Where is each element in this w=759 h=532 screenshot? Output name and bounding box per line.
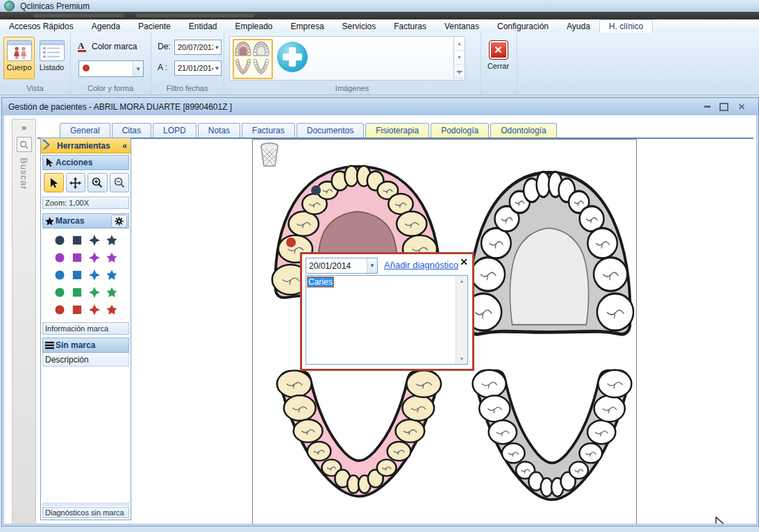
mark-sparkle-swatch[interactable] bbox=[89, 235, 100, 249]
mark-square-swatch[interactable] bbox=[72, 235, 83, 249]
ribbon-tab-bar: Accesos RápidosAgendaPacienteEntidadEmpl… bbox=[0, 19, 759, 33]
search-icon bbox=[19, 140, 28, 149]
mark-circle-swatch[interactable] bbox=[54, 235, 65, 249]
mark-sparkle-swatch[interactable] bbox=[89, 287, 100, 301]
zoom-in-tool-button[interactable] bbox=[87, 173, 108, 192]
ribbon-tab-facturas[interactable]: Facturas bbox=[385, 19, 435, 33]
selected-color-swatch bbox=[82, 64, 90, 72]
collapse-icon[interactable]: « bbox=[122, 141, 127, 151]
descripcion-row[interactable]: Descripción bbox=[42, 353, 129, 367]
restore-button[interactable] bbox=[717, 101, 731, 112]
search-collapsed-panel[interactable]: » Buscar bbox=[12, 119, 36, 524]
diagnosis-text: Caries bbox=[308, 277, 333, 287]
mark-square-swatch[interactable] bbox=[72, 269, 83, 283]
thumbnail-arch bbox=[235, 41, 253, 59]
tab-odontolog-a[interactable]: Odontología bbox=[490, 123, 556, 138]
listado-button[interactable]: Listado bbox=[36, 37, 67, 79]
cuerpo-button[interactable]: Cuerpo bbox=[3, 37, 35, 79]
close-button[interactable]: ✕ bbox=[735, 101, 749, 112]
popup-close-icon[interactable]: ✕ bbox=[460, 256, 468, 267]
cerrar-button[interactable]: ✕ Cerrar bbox=[483, 37, 514, 79]
mark-sparkle-swatch[interactable] bbox=[89, 252, 100, 266]
add-diagnosis-link[interactable]: Añadir diagnóstico bbox=[384, 260, 458, 270]
ribbon-tab-agenda[interactable]: Agenda bbox=[83, 19, 129, 33]
ribbon-tab-entidad[interactable]: Entidad bbox=[180, 19, 226, 33]
diagnosis-date-picker[interactable]: 20/01/2014 ▼ bbox=[306, 258, 378, 274]
dropdown-arrow-icon: ▼ bbox=[213, 61, 221, 75]
ribbon-tab-ayuda[interactable]: Ayuda bbox=[558, 19, 599, 33]
ribbon-tab-servicios[interactable]: Servicios bbox=[333, 19, 385, 33]
tooth-mark-circle[interactable] bbox=[311, 185, 321, 195]
zoom-out-tool-button[interactable] bbox=[110, 173, 130, 192]
menu-lines-icon bbox=[43, 342, 56, 349]
odontogram-thumbnail[interactable] bbox=[233, 39, 273, 79]
tab-general[interactable]: General bbox=[60, 123, 110, 138]
tab-citas[interactable]: Citas bbox=[112, 123, 151, 138]
ribbon-tab-paciente[interactable]: Paciente bbox=[129, 19, 180, 33]
mark-circle-swatch[interactable] bbox=[54, 252, 65, 266]
mark-star-swatch[interactable] bbox=[106, 269, 117, 283]
mark-sparkle-swatch[interactable] bbox=[89, 269, 100, 283]
star-icon bbox=[43, 217, 56, 226]
application-window: Qclinicas Premium Accesos RápidosAgendaP… bbox=[0, 0, 759, 532]
mark-circle-swatch[interactable] bbox=[54, 269, 65, 283]
svg-text:A: A bbox=[78, 41, 85, 51]
tools-panel-empty-area bbox=[42, 503, 129, 506]
gear-icon bbox=[115, 217, 124, 226]
gallery-scroll-up[interactable]: ▲ bbox=[454, 37, 465, 51]
pan-tool-button[interactable] bbox=[66, 173, 86, 192]
ribbon-tab-h-cl-nico[interactable]: H. clínico bbox=[599, 19, 653, 33]
mark-sparkle-swatch[interactable] bbox=[89, 304, 100, 318]
tab-lopd[interactable]: LOPD bbox=[153, 123, 197, 138]
ribbon-tab-empleado[interactable]: Empleado bbox=[226, 19, 282, 33]
expand-icon: » bbox=[22, 122, 26, 133]
app-logo-icon bbox=[4, 1, 15, 11]
ribbon-tab-empresa[interactable]: Empresa bbox=[282, 19, 333, 33]
dropdown-arrow-icon: ▼ bbox=[367, 258, 377, 273]
mark-circle-swatch[interactable] bbox=[54, 304, 65, 318]
tab-documentos[interactable]: Documentos bbox=[297, 123, 364, 138]
tab-podolog-a[interactable]: Podología bbox=[431, 123, 489, 138]
mark-circle-swatch[interactable] bbox=[54, 287, 65, 301]
upper-arch-gray bbox=[462, 163, 637, 342]
tab-facturas[interactable]: Facturas bbox=[242, 123, 295, 138]
tab-notas[interactable]: Notas bbox=[198, 123, 240, 138]
mark-color-dropdown[interactable]: ▼ bbox=[78, 60, 144, 77]
mark-star-swatch[interactable] bbox=[106, 252, 117, 266]
mark-square-swatch[interactable] bbox=[72, 252, 83, 266]
date-to-picker[interactable]: 21/01/2014 ▼ bbox=[174, 60, 222, 76]
acciones-title: Acciones bbox=[56, 158, 92, 167]
mark-star-swatch[interactable] bbox=[106, 287, 117, 301]
marks-settings-button[interactable] bbox=[111, 215, 127, 228]
add-image-button[interactable] bbox=[277, 42, 308, 72]
mark-star-swatch[interactable] bbox=[106, 235, 117, 249]
mark-star-swatch[interactable] bbox=[106, 304, 117, 318]
color-marca-button[interactable]: A Color marca bbox=[77, 41, 137, 52]
tooth-mark-circle[interactable] bbox=[286, 238, 296, 247]
ribbon-tab-configuraci-n[interactable]: Configuración bbox=[488, 19, 558, 33]
odontogram-canvas[interactable]: 20/01/2014 ▼ Añadir diagnóstico ✕ Caries… bbox=[252, 139, 637, 524]
gallery-more-button[interactable]: ▬▼ bbox=[454, 65, 465, 78]
mark-square-swatch[interactable] bbox=[72, 287, 83, 301]
date-from-picker[interactable]: 20/07/2013 ▼ bbox=[174, 40, 222, 55]
ribbon-tab-ventanas[interactable]: Ventanas bbox=[435, 19, 488, 33]
dropdown-arrow-icon: ▼ bbox=[213, 40, 221, 54]
mark-info-bar[interactable]: Información marca bbox=[42, 322, 129, 335]
mark-square-swatch[interactable] bbox=[72, 304, 83, 318]
select-tool-button[interactable] bbox=[44, 173, 64, 192]
date-to-value: 21/01/2014 bbox=[175, 64, 213, 72]
tab-fisioterapia[interactable]: Fisioterapia bbox=[365, 123, 429, 138]
close-x-icon: ✕ bbox=[489, 40, 508, 60]
diagnosticos-bar[interactable]: Diagnósticos sin marca bbox=[42, 507, 129, 518]
ribbon-tab-accesos-r-pidos[interactable]: Accesos Rápidos bbox=[0, 19, 83, 33]
scroll-down-arrow[interactable]: ▼ bbox=[456, 354, 467, 364]
patient-window-content: GeneralCitasLOPDNotasFacturasDocumentosF… bbox=[4, 115, 756, 524]
minimize-button[interactable] bbox=[700, 101, 714, 112]
sin-marca-title: Sin marca bbox=[56, 340, 95, 350]
app-titlebar: Qclinicas Premium bbox=[0, 0, 759, 12]
color-marca-label: Color marca bbox=[92, 42, 137, 51]
diagnosis-textbox[interactable]: Caries ▲ ▼ bbox=[306, 275, 468, 365]
ribbon-group-cerrar: ✕ Cerrar bbox=[481, 33, 517, 94]
gallery-scroll-down[interactable]: ▼ bbox=[454, 51, 465, 65]
scroll-up-arrow[interactable]: ▲ bbox=[456, 276, 467, 286]
